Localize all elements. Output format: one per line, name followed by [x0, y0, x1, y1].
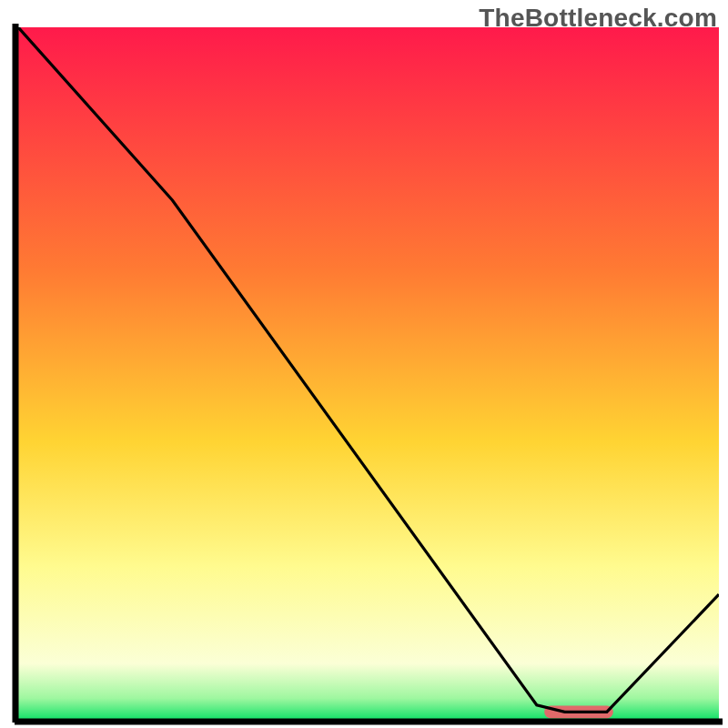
gradient-background — [18, 27, 719, 719]
bottleneck-curve-chart — [0, 0, 728, 728]
watermark-label: TheBottleneck.com — [479, 4, 717, 33]
chart-container: { "watermark": { "text": "TheBottleneck.… — [0, 0, 728, 728]
